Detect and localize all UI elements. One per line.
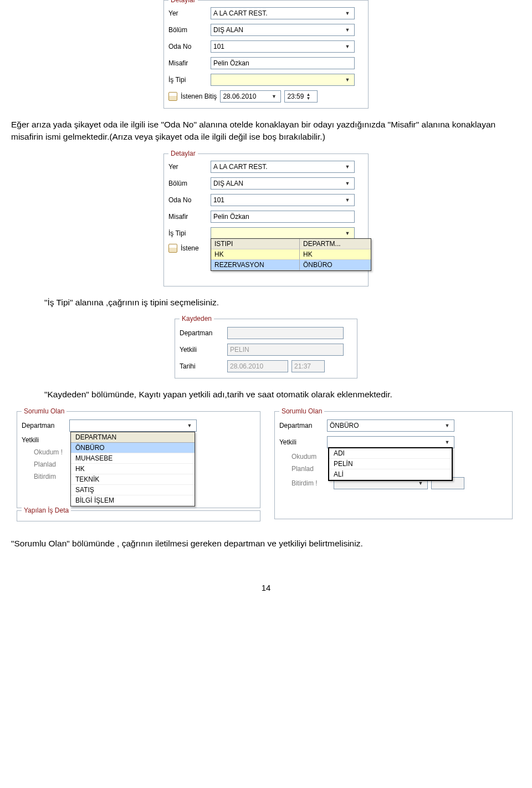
dd-opt-satis[interactable]: SATIŞ (71, 485, 195, 495)
bolum-label-2: Bölüm (168, 180, 207, 187)
paragraph-4: "Sorumlu Olan" bölümünde , çağrının ilet… (11, 538, 521, 550)
oda-combo[interactable]: 101 ▼ (211, 40, 355, 53)
legend-kaydeden: Kaydeden (180, 315, 214, 323)
detaylar-group-1: Detaylar Yer A LA CART REST. ▼ Bölüm DIŞ… (163, 0, 369, 109)
chevron-down-icon: ▼ (185, 423, 194, 428)
misafir-label: Misafir (168, 59, 207, 67)
sorumlu-right-group: Sorumlu Olan Departman ÖNBÜRO ▼ Yetkili … (274, 411, 521, 528)
dd-opt-hk[interactable]: HK (71, 464, 195, 474)
dd-opt-bilgi[interactable]: BİLGİ İŞLEM (71, 495, 195, 506)
yer-label: Yer (168, 9, 207, 17)
legend-detaylar-1: Detaylar (168, 0, 198, 4)
paragraph-3: "Kaydeden" bölümünde, Kayıtı yapan yetki… (44, 388, 521, 401)
chevron-down-icon: ▼ (343, 231, 352, 236)
paragraph-1: Eğer arıza yada şikayet oda ile ilgili i… (11, 119, 521, 144)
departman-combo-r[interactable]: ÖNBÜRO ▼ (327, 419, 454, 432)
kaydeden-group: Kaydeden Departman Yetkili PELIN Tarihi … (175, 319, 357, 378)
dd-header-departman: DEPARTM... (300, 239, 371, 249)
dd-opt-teknik[interactable]: TEKNİK (71, 474, 195, 485)
dd-row-rezervasyon[interactable]: REZERVASYON ÖNBÜRO (211, 260, 371, 270)
oda-label: Oda No (168, 43, 207, 50)
detaylar-group-2: Detaylar Yer A LA CART REST. ▼ Bölüm DIŞ… (163, 153, 369, 286)
legend-yapilan: Yapılan İş Deta (22, 506, 71, 514)
bitirdim-label-r: Bitirdim ! (291, 479, 330, 487)
tarihi-date: 28.06.2010 (227, 360, 288, 372)
departman-field (227, 327, 344, 339)
sorumlu-left-group: Sorumlu Olan Departman ▼ DEPARTMAN ÖNBÜR… (17, 411, 269, 528)
dd-row-hk[interactable]: HK HK (211, 249, 371, 260)
departman-label-r: Departman (279, 422, 324, 429)
chevron-down-icon: ▼ (416, 480, 425, 486)
yer-label-2: Yer (168, 163, 207, 171)
chevron-down-icon: ▼ (343, 27, 352, 33)
istipi-combo-2[interactable]: ▼ (211, 227, 355, 239)
dd-header-istipi: ISTIPI (211, 239, 300, 249)
yetkili-dropdown[interactable]: ADI PELİN ALİ (328, 447, 453, 481)
oda-combo-2[interactable]: 101 ▼ (211, 194, 355, 206)
yetkili-label-l: Yetkili (22, 436, 66, 444)
legend-sorumlu-right: Sorumlu Olan (279, 407, 324, 415)
dd-opt-onburo[interactable]: ÖNBÜRO (71, 443, 195, 453)
istene-label: İstene (181, 244, 199, 252)
dd-opt-adi[interactable]: ADI (329, 448, 452, 459)
chevron-down-icon: ▼ (443, 439, 452, 445)
departman-combo-l[interactable]: ▼ (69, 419, 197, 432)
planlad-label-l: Planlad (34, 460, 67, 468)
chevron-down-icon: ▼ (343, 77, 352, 83)
oda-label-2: Oda No (168, 196, 207, 204)
okudum-label-r: Okudum (291, 453, 325, 460)
bolum-combo[interactable]: DIŞ ALAN ▼ (211, 24, 355, 36)
legend-sorumlu-left: Sorumlu Olan (22, 407, 66, 415)
dd-opt-ali[interactable]: ALİ (329, 469, 452, 480)
istenen-label: İstenen Bitiş (181, 93, 217, 100)
departman-label-l: Departman (22, 422, 66, 429)
departman-label: Departman (180, 329, 224, 337)
legend-detaylar-2: Detaylar (168, 150, 198, 157)
istipi-label-2: İş Tipi (168, 229, 207, 237)
chevron-down-icon: ▼ (269, 94, 278, 99)
misafir-field[interactable]: Pelin Özkan (211, 57, 355, 69)
bolum-label: Bölüm (168, 26, 207, 34)
bolum-combo-2[interactable]: DIŞ ALAN ▼ (211, 177, 355, 190)
istipi-label: İş Tipi (168, 76, 207, 84)
istipi-combo[interactable]: ▼ (211, 74, 355, 86)
paragraph-2: "İş Tipi" alanına ,çağrının iş tipini se… (44, 296, 521, 309)
yetkili-label: Yetkili (180, 346, 224, 354)
planlad-label-r: Planlad (291, 465, 325, 473)
calendar-icon (168, 244, 177, 253)
yer-combo[interactable]: A LA CART REST. ▼ (211, 7, 355, 19)
bitirdim-label-l: Bitirdim (34, 473, 67, 480)
istenen-time[interactable]: 23:59 ▲▼ (284, 90, 318, 103)
calendar-icon (168, 92, 177, 101)
chevron-down-icon: ▼ (343, 181, 352, 186)
misafir-label-2: Misafir (168, 213, 207, 221)
page-number: 14 (11, 583, 521, 592)
chevron-down-icon: ▼ (343, 11, 352, 16)
yetkili-label-r: Yetkili (279, 438, 324, 446)
yetkili-field: PELIN (227, 344, 344, 356)
yetkili-combo-r[interactable]: ▼ (327, 436, 454, 448)
chevron-down-icon: ▼ (343, 197, 352, 203)
yer-combo-2[interactable]: A LA CART REST. ▼ (211, 161, 355, 173)
tarihi-label: Tarihi (180, 362, 224, 370)
chevron-down-icon: ▼ (443, 423, 452, 428)
dd-opt-pelin[interactable]: PELİN (329, 459, 452, 469)
departman-dropdown[interactable]: DEPARTMAN ÖNBÜRO MUHASEBE HK TEKNİK SATI… (70, 432, 195, 506)
tarihi-time: 21:37 (291, 360, 325, 372)
dd-opt-muhasebe[interactable]: MUHASEBE (71, 453, 195, 464)
istenen-date[interactable]: 28.06.2010 ▼ (220, 90, 281, 103)
misafir-field-2[interactable]: Pelin Özkan (211, 211, 355, 223)
spinner-icon: ▲▼ (304, 93, 313, 100)
chevron-down-icon: ▼ (343, 164, 352, 170)
dd-header: DEPARTMAN (71, 432, 195, 443)
istipi-dropdown[interactable]: ISTIPI DEPARTM... HK HK REZERVASYON ÖNBÜ… (211, 238, 371, 271)
okudum-label-l: Okudum ! (34, 448, 67, 456)
chevron-down-icon: ▼ (343, 44, 352, 49)
